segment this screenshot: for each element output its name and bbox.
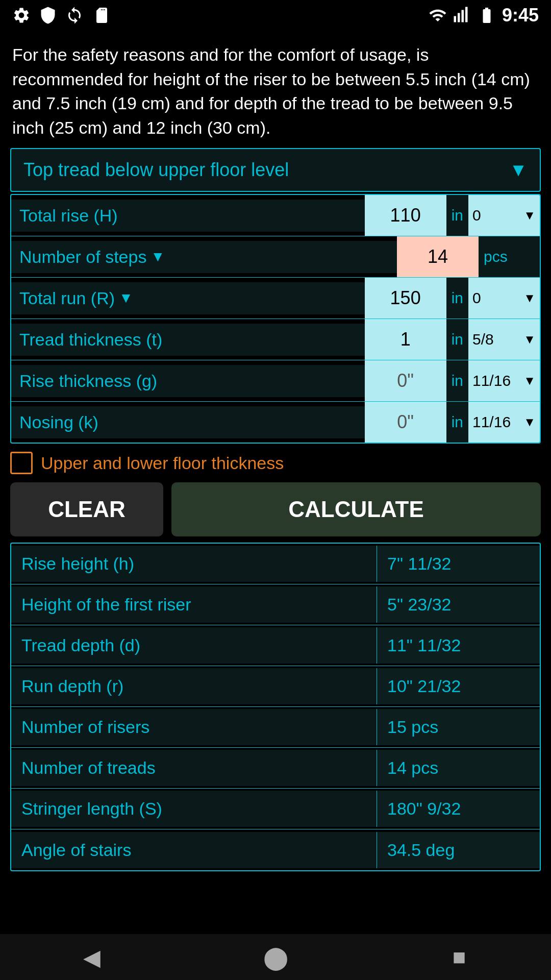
total-rise-arrow: ▼ — [523, 208, 536, 223]
battery-icon — [478, 6, 496, 24]
result-row: Rise height (h) 7" 11/32 — [11, 544, 540, 584]
number-of-steps-input[interactable] — [397, 236, 479, 277]
result-row: Tread depth (d) 11" 11/32 — [11, 625, 540, 666]
result-label-7: Angle of stairs — [11, 832, 377, 868]
total-run-label: Total run (R) ▼ — [11, 282, 365, 314]
nosing-arrow: ▼ — [523, 415, 536, 429]
total-rise-select[interactable]: 0 ▼ — [468, 195, 540, 236]
result-row: Stringer length (S) 180" 9/32 — [11, 789, 540, 829]
result-value-4: 15 pcs — [377, 709, 540, 745]
floor-thickness-label: Upper and lower floor thickness — [41, 453, 284, 473]
shield-icon — [39, 6, 57, 24]
tread-thickness-label: Tread thickness (t) — [11, 324, 365, 356]
result-label-5: Number of treads — [11, 750, 377, 786]
tread-thickness-arrow: ▼ — [523, 332, 536, 347]
result-label-4: Number of risers — [11, 709, 377, 745]
number-of-steps-unit: pcs — [479, 236, 540, 277]
total-rise-input[interactable] — [365, 195, 446, 236]
result-label-3: Run depth (r) — [11, 668, 377, 704]
result-value-3: 10" 21/32 — [377, 668, 540, 704]
clear-button[interactable]: CLEAR — [10, 482, 163, 536]
result-label-0: Rise height (h) — [11, 546, 377, 582]
number-of-steps-row: Number of steps ▼ pcs — [11, 236, 540, 278]
run-chevron-icon: ▼ — [119, 290, 133, 306]
result-value-0: 7" 11/32 — [377, 546, 540, 582]
sync-icon — [65, 6, 84, 24]
floor-thickness-checkbox[interactable] — [10, 452, 33, 474]
home-button[interactable]: ⬤ — [255, 937, 296, 977]
total-run-unit: in — [446, 278, 468, 318]
result-row: Run depth (r) 10" 21/32 — [11, 666, 540, 707]
sd-card-icon — [92, 6, 110, 24]
status-bar: 9:45 — [0, 0, 551, 31]
total-rise-row: Total rise (H) in 0 ▼ — [11, 195, 540, 236]
status-icons-right: 9:45 — [429, 5, 539, 26]
result-value-7: 34.5 deg — [377, 832, 540, 868]
tread-thickness-input[interactable] — [365, 319, 446, 360]
rise-thickness-unit: in — [446, 360, 468, 401]
rise-thickness-arrow: ▼ — [523, 374, 536, 388]
result-row: Height of the first riser 5" 23/32 — [11, 584, 540, 625]
floor-thickness-checkbox-row: Upper and lower floor thickness — [10, 452, 541, 474]
result-label-6: Stringer length (S) — [11, 791, 377, 827]
settings-icon — [12, 6, 31, 24]
recent-button[interactable]: ■ — [439, 937, 480, 977]
tread-thickness-select[interactable]: 5/8 ▼ — [468, 319, 540, 360]
status-time: 9:45 — [502, 5, 539, 26]
status-icons-left — [12, 6, 110, 24]
svg-rect-1 — [458, 13, 460, 22]
rise-thickness-label: Rise thickness (g) — [11, 365, 365, 397]
svg-rect-3 — [465, 7, 468, 22]
rise-thickness-input[interactable] — [365, 360, 446, 401]
nosing-input[interactable] — [365, 402, 446, 443]
steps-chevron-icon: ▼ — [151, 249, 165, 265]
svg-rect-2 — [461, 10, 464, 22]
chevron-down-icon: ▼ — [509, 159, 528, 181]
top-tread-dropdown[interactable]: Top tread below upper floor level ▼ — [10, 148, 541, 192]
result-row: Number of treads 14 pcs — [11, 748, 540, 789]
number-of-steps-label: Number of steps ▼ — [11, 241, 397, 273]
back-button[interactable]: ◀ — [71, 937, 112, 977]
total-run-input[interactable] — [365, 278, 446, 318]
nosing-label: Nosing (k) — [11, 406, 365, 438]
result-label-2: Tread depth (d) — [11, 627, 377, 664]
total-run-select[interactable]: 0 ▼ — [468, 278, 540, 318]
wifi-icon — [429, 6, 447, 24]
total-run-row: Total run (R) ▼ in 0 ▼ — [11, 278, 540, 319]
nosing-row: Nosing (k) in 11/16 ▼ — [11, 402, 540, 443]
nosing-unit: in — [446, 402, 468, 443]
tread-thickness-unit: in — [446, 319, 468, 360]
calculate-button[interactable]: CALCULATE — [171, 482, 541, 536]
results-table: Rise height (h) 7" 11/32 Height of the f… — [10, 543, 541, 871]
result-value-6: 180" 9/32 — [377, 791, 540, 827]
total-rise-unit: in — [446, 195, 468, 236]
result-row: Number of risers 15 pcs — [11, 707, 540, 748]
result-value-1: 5" 23/32 — [377, 586, 540, 623]
rise-thickness-row: Rise thickness (g) in 11/16 ▼ — [11, 360, 540, 402]
top-tread-label: Top tread below upper floor level — [23, 159, 289, 181]
total-rise-label: Total rise (H) — [11, 200, 365, 232]
tread-thickness-row: Tread thickness (t) in 5/8 ▼ — [11, 319, 540, 360]
rise-thickness-select[interactable]: 11/16 ▼ — [468, 360, 540, 401]
svg-rect-0 — [454, 16, 456, 22]
result-value-5: 14 pcs — [377, 750, 540, 786]
input-table: Total rise (H) in 0 ▼ Number of steps ▼ … — [10, 194, 541, 444]
bottom-nav: ◀ ⬤ ■ — [0, 934, 551, 980]
buttons-row: CLEAR CALCULATE — [10, 482, 541, 536]
nosing-select[interactable]: 11/16 ▼ — [468, 402, 540, 443]
result-value-2: 11" 11/32 — [377, 627, 540, 664]
result-row: Angle of stairs 34.5 deg — [11, 829, 540, 870]
signal-icon — [453, 6, 471, 24]
result-label-1: Height of the first riser — [11, 586, 377, 623]
info-text: For the safety reasons and for the comfo… — [0, 31, 551, 148]
total-run-arrow: ▼ — [523, 291, 536, 305]
